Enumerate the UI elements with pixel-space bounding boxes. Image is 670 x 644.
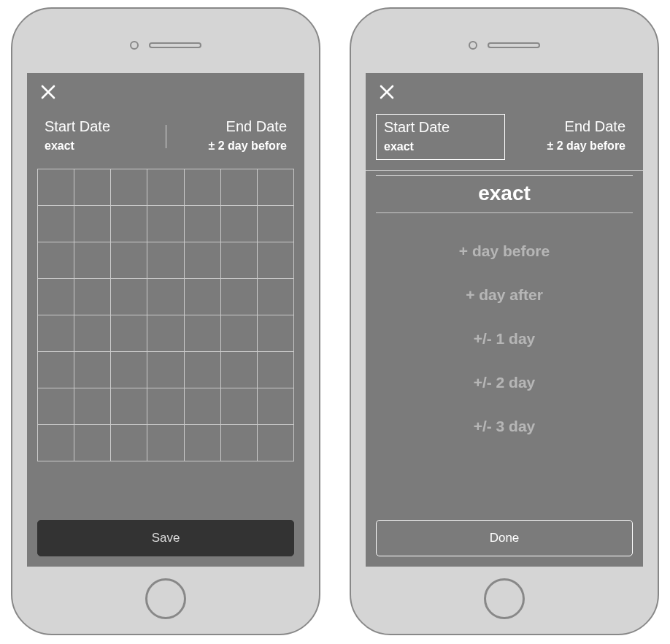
speaker-slot-icon — [488, 42, 540, 48]
calendar-cell[interactable] — [74, 352, 111, 388]
calendar-cell[interactable] — [74, 279, 111, 315]
home-button-icon — [484, 578, 525, 619]
calendar-cell[interactable] — [38, 242, 74, 279]
calendar-cell[interactable] — [147, 425, 184, 461]
close-button[interactable] — [379, 84, 395, 103]
calendar-cell[interactable] — [221, 425, 258, 461]
calendar-grid[interactable] — [37, 169, 294, 461]
tab-start-date[interactable]: Start Date exact — [376, 114, 505, 160]
calendar-cell[interactable] — [38, 169, 74, 206]
tab-start-date[interactable]: Start Date exact — [37, 114, 166, 158]
calendar-cell[interactable] — [38, 352, 74, 388]
save-button[interactable]: Save — [37, 520, 294, 556]
calendar-cell[interactable] — [147, 279, 184, 315]
picker-option[interactable]: + day before — [459, 242, 550, 260]
screen-picker: Start Date exact End Date ± 2 day before… — [366, 73, 643, 567]
calendar-cell[interactable] — [185, 169, 221, 206]
date-tabs: Start Date exact End Date ± 2 day before — [366, 114, 643, 170]
calendar-cell[interactable] — [147, 242, 184, 279]
calendar-cell[interactable] — [74, 206, 111, 242]
tab-end-title: End Date — [512, 118, 625, 135]
phone-frame-right: Start Date exact End Date ± 2 day before… — [350, 7, 659, 635]
calendar-cell[interactable] — [258, 242, 294, 279]
calendar-cell[interactable] — [185, 279, 221, 315]
picker-option[interactable]: +/- 3 day — [474, 418, 536, 435]
picker-list[interactable]: + day before + day after +/- 1 day +/- 2… — [366, 213, 643, 510]
calendar-cell[interactable] — [221, 206, 258, 242]
calendar-cell[interactable] — [74, 425, 111, 461]
calendar-cell[interactable] — [111, 242, 147, 279]
calendar-cell[interactable] — [147, 388, 184, 425]
home-button-icon — [145, 578, 186, 619]
calendar-cell[interactable] — [221, 169, 258, 206]
calendar-cell[interactable] — [74, 242, 111, 279]
picker-selected-value: exact — [376, 175, 633, 213]
calendar-cell[interactable] — [147, 352, 184, 388]
tab-start-title: Start Date — [384, 119, 497, 136]
picker-option[interactable]: +/- 1 day — [474, 330, 536, 348]
calendar-cell[interactable] — [221, 315, 258, 352]
calendar-cell[interactable] — [258, 425, 294, 461]
calendar-cell[interactable] — [147, 169, 184, 206]
calendar-cell[interactable] — [38, 425, 74, 461]
calendar-cell[interactable] — [221, 352, 258, 388]
camera-dot-icon — [469, 41, 477, 50]
calendar-cell[interactable] — [258, 169, 294, 206]
tab-end-date[interactable]: End Date ± 2 day before — [166, 114, 295, 158]
tab-start-value: exact — [45, 139, 158, 153]
tab-end-date[interactable]: End Date ± 2 day before — [505, 114, 633, 160]
picker-option[interactable]: + day after — [466, 286, 543, 304]
divider — [366, 170, 643, 171]
calendar-cell[interactable] — [111, 279, 147, 315]
tab-end-value: ± 2 day before — [174, 139, 288, 153]
calendar-cell[interactable] — [185, 315, 221, 352]
close-icon — [40, 84, 56, 100]
calendar-cell[interactable] — [221, 388, 258, 425]
camera-dot-icon — [130, 41, 139, 50]
earpiece-group — [351, 41, 658, 50]
calendar-cell[interactable] — [111, 206, 147, 242]
calendar-cell[interactable] — [147, 315, 184, 352]
calendar-cell[interactable] — [74, 315, 111, 352]
calendar-cell[interactable] — [221, 242, 258, 279]
calendar-cell[interactable] — [38, 206, 74, 242]
calendar-cell[interactable] — [185, 242, 221, 279]
calendar-cell[interactable] — [111, 315, 147, 352]
close-button[interactable] — [40, 84, 56, 103]
tab-start-title: Start Date — [45, 118, 158, 135]
picker-option[interactable]: +/- 2 day — [474, 374, 536, 391]
calendar-cell[interactable] — [147, 206, 184, 242]
done-button-label: Done — [490, 531, 520, 545]
close-icon — [379, 84, 395, 100]
tab-end-title: End Date — [174, 118, 288, 135]
calendar-cell[interactable] — [185, 425, 221, 461]
calendar-cell[interactable] — [38, 388, 74, 425]
phone-frame-left: Start Date exact End Date ± 2 day before — [11, 7, 320, 635]
calendar-cell[interactable] — [258, 279, 294, 315]
calendar-cell[interactable] — [111, 388, 147, 425]
calendar-cell[interactable] — [258, 315, 294, 352]
calendar-cell[interactable] — [74, 169, 111, 206]
screen-calendar: Start Date exact End Date ± 2 day before — [27, 73, 304, 567]
calendar-cell[interactable] — [185, 206, 221, 242]
calendar-cell[interactable] — [111, 352, 147, 388]
earpiece-group — [12, 41, 319, 50]
save-button-label: Save — [152, 531, 180, 545]
calendar-cell[interactable] — [221, 279, 258, 315]
tab-end-value: ± 2 day before — [512, 139, 625, 153]
calendar-cell[interactable] — [38, 315, 74, 352]
calendar-cell[interactable] — [74, 388, 111, 425]
tab-start-value: exact — [384, 140, 497, 153]
calendar-cell[interactable] — [38, 279, 74, 315]
calendar-cell[interactable] — [258, 352, 294, 388]
speaker-slot-icon — [149, 42, 201, 48]
calendar-cell[interactable] — [111, 169, 147, 206]
done-button[interactable]: Done — [376, 520, 633, 556]
calendar-cell[interactable] — [258, 388, 294, 425]
calendar-cell[interactable] — [185, 388, 221, 425]
calendar-cell[interactable] — [111, 425, 147, 461]
calendar-cell[interactable] — [258, 206, 294, 242]
date-tabs: Start Date exact End Date ± 2 day before — [27, 114, 304, 169]
calendar-cell[interactable] — [185, 352, 221, 388]
